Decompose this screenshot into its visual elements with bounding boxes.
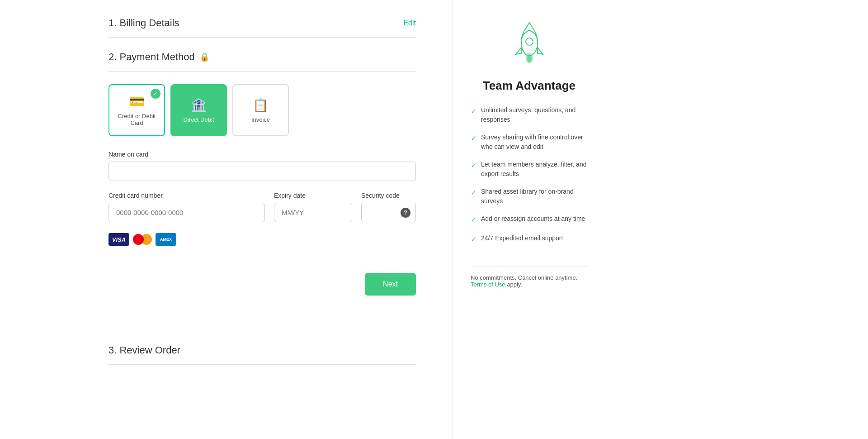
payment-method-direct-debit[interactable]: 🏦 Direct Debit [170,84,227,136]
feature-item-4: ✓ Shared asset library for on-brand surv… [471,187,588,206]
feature-item-2: ✓ Survey sharing with fine control over … [471,133,588,152]
review-section: 3. Review Order [108,309,416,365]
payment-section-header: 2. Payment Method 🔒 [108,51,416,71]
next-button[interactable]: Next [365,273,416,296]
invoice-icon: 📋 [253,98,269,113]
amex-logo: AMEX [156,233,176,246]
name-on-card-input[interactable] [108,162,416,181]
apply-text: apply. [505,281,522,288]
feature-text-2: Survey sharing with fine control over wh… [481,133,588,152]
credit-card-number-input[interactable] [108,203,265,222]
direct-debit-label: Direct Debit [184,116,214,123]
check-icon-2: ✓ [471,133,476,144]
payment-section: 2. Payment Method 🔒 ✓ 💳 Credit or Debit … [108,38,416,309]
sidebar-divider [471,267,588,267]
expiry-date-label: Expiry date [274,192,352,199]
invoice-label: Invoice [251,116,270,123]
security-code-label: Security code [361,192,416,199]
payment-title: 2. Payment Method 🔒 [108,51,209,63]
security-code-group: Security code ? [361,192,416,222]
name-on-card-group: Name on card [108,151,416,181]
selected-check-icon: ✓ [151,89,160,99]
security-code-wrapper: ? [361,203,416,222]
review-section-header: 3. Review Order [108,336,416,364]
main-content: 1. Billing Details Edit 2. Payment Metho… [0,0,452,439]
svg-point-3 [527,55,532,62]
review-title: 3. Review Order [108,344,180,356]
rocket-icon [509,18,550,70]
billing-title: 1. Billing Details [108,17,179,29]
review-divider [108,364,416,365]
feature-text-3: Let team members analyze, filter, and ex… [481,160,588,179]
expiry-date-input[interactable] [274,203,352,222]
feature-item-5: ✓ Add or reassign accounts at any time [471,214,588,225]
feature-text-6: 24/7 Expedited email support [481,234,563,243]
team-advantage-title: Team Advantage [483,79,576,93]
billing-section-header: 1. Billing Details Edit [108,9,416,37]
feature-item-6: ✓ 24/7 Expedited email support [471,234,588,245]
check-icon-5: ✓ [471,215,476,225]
card-logos: VISA AMEX [108,233,416,246]
payment-method-invoice[interactable]: 📋 Invoice [232,84,289,136]
lock-icon: 🔒 [199,52,209,62]
feature-text-5: Add or reassign accounts at any time [481,214,585,224]
payment-method-credit[interactable]: ✓ 💳 Credit or Debit Card [108,84,165,136]
credit-card-icon: 💳 [129,94,145,109]
feature-item-1: ✓ Unlimited surveys, questions, and resp… [471,105,588,124]
feature-item-3: ✓ Let team members analyze, filter, and … [471,160,588,179]
expiry-date-group: Expiry date [274,192,352,222]
payment-methods: ✓ 💳 Credit or Debit Card 🏦 Direct Debit … [108,84,416,136]
mastercard-logo [133,233,152,246]
credit-card-label: Credit or Debit Card [114,113,160,126]
security-help-icon[interactable]: ? [401,208,410,218]
check-icon-6: ✓ [471,234,476,245]
sidebar: Team Advantage ✓ Unlimited surveys, ques… [452,0,606,439]
feature-text-4: Shared asset library for on-brand survey… [481,187,588,206]
check-icon-4: ✓ [471,187,476,198]
no-commitments-text: No commitments. Cancel online anytime. T… [471,274,588,288]
feature-list: ✓ Unlimited surveys, questions, and resp… [471,105,588,253]
direct-debit-icon: 🏦 [191,98,207,113]
edit-button[interactable]: Edit [403,19,416,27]
credit-card-number-group: Credit card number [108,192,265,222]
card-details-row: Credit card number Expiry date Security … [108,192,416,222]
visa-logo: VISA [108,233,129,246]
check-icon-3: ✓ [471,160,476,171]
name-on-card-label: Name on card [108,151,416,158]
feature-text-1: Unlimited surveys, questions, and respon… [481,105,588,124]
svg-point-1 [526,38,533,45]
no-commitments-label: No commitments. Cancel online anytime. [471,274,577,281]
credit-card-number-label: Credit card number [108,192,265,199]
terms-of-use-link[interactable]: Terms of Use [471,281,505,288]
check-icon-1: ✓ [471,106,476,117]
